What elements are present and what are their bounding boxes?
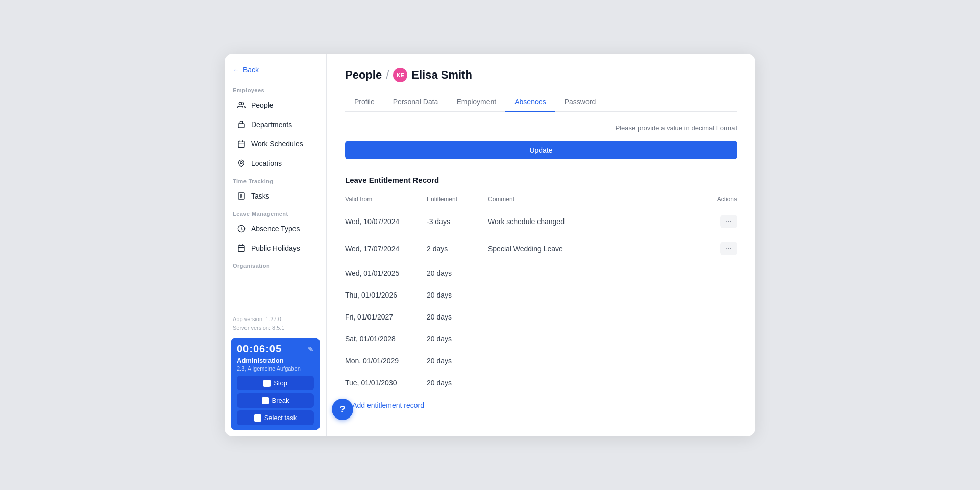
breadcrumb: People / KE Elisa Smith (345, 68, 472, 82)
sidebar-item-public-holidays[interactable]: Public Holidays (229, 239, 322, 257)
cell-valid-from: Wed, 01/01/2025 (345, 262, 427, 284)
timer-display: 00:06:05 (237, 343, 282, 355)
locations-icon (237, 159, 246, 168)
table-row: Wed, 10/07/2024-3 daysWork schedule chan… (345, 208, 737, 235)
cell-comment (488, 262, 696, 284)
timer-task-sub: 2.3, Allgemeine Aufgaben (237, 365, 314, 372)
cell-entitlement: 20 days (427, 328, 488, 350)
update-button[interactable]: Update (345, 141, 737, 159)
entitlement-table: Valid from Entitlement Comment Actions W… (345, 192, 737, 394)
cell-actions: ··· (696, 235, 737, 262)
cell-entitlement: -3 days (427, 208, 488, 235)
table-row: Wed, 17/07/20242 daysSpecial Wedding Lea… (345, 235, 737, 262)
sidebar-tasks-label: Tasks (251, 192, 270, 200)
cell-actions (696, 306, 737, 328)
select-task-label: Select task (264, 414, 297, 422)
sidebar-item-people[interactable]: People (229, 96, 322, 114)
avatar: KE (393, 68, 407, 82)
tab-personal-data[interactable]: Personal Data (384, 92, 448, 112)
timer-widget: 00:06:05 ✎ Administration 2.3, Allgemein… (231, 338, 320, 430)
app-version: App version: 1.27.0 (233, 315, 318, 324)
break-button[interactable]: Break (237, 393, 314, 408)
sidebar-item-departments[interactable]: Departments (229, 115, 322, 134)
add-entitlement-record-link[interactable]: + Add entitlement record (345, 401, 424, 409)
cell-valid-from: Fri, 01/01/2027 (345, 306, 427, 328)
col-header-valid-from: Valid from (345, 192, 427, 208)
break-icon (262, 397, 269, 404)
table-row: Tue, 01/01/203020 days (345, 372, 737, 394)
main-content: People / KE Elisa Smith Profile Personal… (327, 54, 755, 436)
breadcrumb-separator: / (386, 68, 389, 82)
cell-comment (488, 372, 696, 394)
work-schedules-icon (237, 139, 246, 149)
cell-actions (696, 350, 737, 372)
people-icon (237, 101, 246, 110)
absence-types-icon (237, 224, 246, 233)
tab-employment[interactable]: Employment (447, 92, 505, 112)
cell-entitlement: 20 days (427, 350, 488, 372)
tab-absences[interactable]: Absences (505, 92, 555, 112)
action-dots-button[interactable]: ··· (720, 242, 737, 255)
svg-point-0 (239, 102, 241, 105)
help-icon: ? (340, 404, 346, 415)
tab-password[interactable]: Password (555, 92, 605, 112)
cell-comment (488, 306, 696, 328)
sidebar: ← Back Employees People Departments Work… (225, 54, 327, 436)
help-bubble[interactable]: ? (332, 399, 353, 420)
svg-point-3 (240, 162, 242, 164)
cell-valid-from: Wed, 17/07/2024 (345, 235, 427, 262)
sidebar-item-work-schedules[interactable]: Work Schedules (229, 135, 322, 153)
timer-header: 00:06:05 ✎ (237, 343, 314, 355)
page-header: People / KE Elisa Smith (345, 68, 737, 82)
timer-edit-icon[interactable]: ✎ (308, 345, 314, 353)
table-row: Sat, 01/01/202820 days (345, 328, 737, 350)
cell-comment: Work schedule changed (488, 208, 696, 235)
sidebar-public-holidays-label: Public Holidays (251, 244, 300, 252)
section-title: Leave Entitlement Record (345, 176, 737, 184)
break-label: Break (272, 397, 289, 404)
cell-entitlement: 2 days (427, 235, 488, 262)
sidebar-section-employees: Employees (225, 82, 326, 95)
tasks-icon (237, 191, 246, 201)
sidebar-item-locations[interactable]: Locations (229, 154, 322, 173)
cell-entitlement: 20 days (427, 306, 488, 328)
cell-valid-from: Wed, 10/07/2024 (345, 208, 427, 235)
cell-comment (488, 350, 696, 372)
tab-profile[interactable]: Profile (345, 92, 384, 112)
sidebar-locations-label: Locations (251, 159, 282, 167)
cell-valid-from: Sat, 01/01/2028 (345, 328, 427, 350)
tabs: Profile Personal Data Employment Absence… (345, 92, 737, 112)
cell-entitlement: 20 days (427, 284, 488, 306)
sidebar-section-time-tracking: Time Tracking (225, 173, 326, 186)
sidebar-item-tasks[interactable]: Tasks (229, 187, 322, 205)
user-name: Elisa Smith (411, 68, 472, 82)
timer-task-name: Administration (237, 357, 314, 364)
cell-entitlement: 20 days (427, 262, 488, 284)
svg-rect-2 (238, 141, 244, 148)
sidebar-item-absence-types[interactable]: Absence Types (229, 219, 322, 238)
action-dots-button[interactable]: ··· (720, 215, 737, 228)
back-link[interactable]: ← Back (225, 66, 326, 82)
sidebar-section-organisation: Organisation (225, 258, 326, 271)
cell-comment (488, 284, 696, 306)
main-card: ← Back Employees People Departments Work… (225, 54, 755, 436)
table-row: Fri, 01/01/202720 days (345, 306, 737, 328)
public-holidays-icon (237, 243, 246, 253)
sidebar-absence-types-label: Absence Types (251, 225, 300, 233)
select-task-button[interactable]: Select task (237, 410, 314, 425)
table-row: Thu, 01/01/202620 days (345, 284, 737, 306)
stop-button[interactable]: Stop (237, 376, 314, 390)
cell-actions (696, 262, 737, 284)
sidebar-departments-label: Departments (251, 120, 292, 129)
sidebar-section-leave-management: Leave Management (225, 206, 326, 219)
server-version: Server version: 8.5.1 (233, 324, 318, 333)
sidebar-work-schedules-label: Work Schedules (251, 140, 303, 148)
cell-comment (488, 328, 696, 350)
cell-entitlement: 20 days (427, 372, 488, 394)
notice-text: Please provide a value in decimal Format (345, 124, 737, 132)
add-record-label: Add entitlement record (352, 401, 424, 409)
table-row: Mon, 01/01/202920 days (345, 350, 737, 372)
cell-comment: Special Wedding Leave (488, 235, 696, 262)
cell-valid-from: Mon, 01/01/2029 (345, 350, 427, 372)
cell-valid-from: Tue, 01/01/2030 (345, 372, 427, 394)
